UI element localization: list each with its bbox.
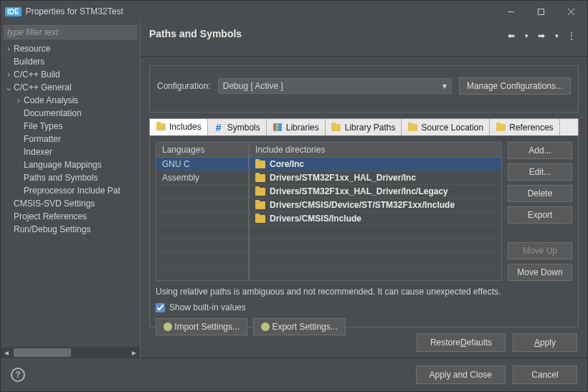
tree-item[interactable]: Builders [1, 55, 140, 68]
restore-defaults-button[interactable]: Restore Defaults [417, 333, 506, 352]
tree-item[interactable]: Preprocessor Include Pat [1, 184, 140, 197]
left-panel: type filter text ›ResourceBuilders›C/C++… [1, 22, 141, 358]
chevron-down-icon: ▾ [442, 81, 447, 91]
folder-icon [255, 215, 265, 223]
languages-list[interactable]: Languages GNU CAssembly [156, 142, 249, 281]
include-dir-item[interactable]: Drivers/STM32F1xx_HAL_Driver/Inc [250, 171, 501, 185]
tab-library-paths[interactable]: Library Paths [326, 119, 402, 135]
filter-input[interactable]: type filter text [4, 25, 137, 39]
tree-item[interactable]: Run/Debug Settings [1, 223, 140, 236]
gear-icon [163, 322, 172, 331]
show-builtin-input[interactable] [156, 303, 165, 312]
page-header: Paths and Symbols ⬅ ▾ ➡ ▾ ⋮ [141, 22, 587, 57]
help-button[interactable]: ? [11, 368, 25, 382]
maximize-button[interactable] [526, 1, 556, 21]
tab-includes[interactable]: Includes [150, 119, 208, 135]
warning-note: Using relative paths is ambiguous and no… [156, 287, 572, 297]
include-dir-item[interactable]: Drivers/CMSIS/Device/ST/STM32F1xx/Includ… [250, 199, 501, 212]
menu-button[interactable]: ⋮ [563, 28, 580, 44]
scroll-thumb[interactable] [14, 348, 71, 357]
include-dir-item[interactable]: Drivers/STM32F1xx_HAL_Driver/Inc/Legacy [250, 185, 501, 199]
move-down-button[interactable]: Move Down [508, 264, 572, 281]
book-icon [272, 123, 283, 133]
minimize-button[interactable] [495, 1, 526, 21]
gear-icon [261, 322, 270, 331]
app-icon: IDE [5, 7, 22, 16]
scroll-left-icon[interactable]: ◂ [1, 347, 12, 358]
configuration-label: Configuration: [157, 81, 211, 91]
tree-item[interactable]: ⌄C/C++ General [1, 81, 140, 94]
folder-icon [255, 188, 265, 196]
tree-item[interactable]: Documentation [1, 107, 140, 120]
apply-button[interactable]: Apply [513, 333, 577, 352]
forward-button[interactable]: ➡ [533, 28, 550, 44]
tab-symbols[interactable]: #Symbols [208, 119, 267, 135]
language-item[interactable]: Assembly [156, 171, 248, 185]
apply-and-close-button[interactable]: Apply and Close [416, 365, 506, 384]
page-title: Paths and Symbols [149, 28, 242, 39]
nav-tree[interactable]: ›ResourceBuilders›C/C++ Build⌄C/C++ Gene… [1, 41, 140, 347]
tree-item[interactable]: ›C/C++ Build [1, 68, 140, 81]
tree-item[interactable]: CMSIS-SVD Settings [1, 197, 140, 210]
export-button[interactable]: Export [508, 206, 572, 224]
language-item[interactable]: GNU C [156, 158, 248, 171]
close-button[interactable] [556, 1, 586, 21]
hash-icon: # [214, 123, 224, 133]
folder-icon [255, 174, 265, 182]
cancel-button[interactable]: Cancel [513, 365, 577, 384]
forward-menu-icon[interactable]: ▾ [551, 28, 561, 44]
dialog-window: IDE Properties for STM32Test type filter… [0, 0, 588, 392]
tree-item[interactable]: Project References [1, 210, 140, 223]
include-dir-item[interactable]: Core/Inc [250, 158, 501, 171]
tab-source-location[interactable]: Source Location [402, 119, 490, 135]
include-dir-item[interactable]: Drivers/CMSIS/Include [250, 212, 501, 226]
add-button[interactable]: Add... [508, 142, 572, 159]
window-title: Properties for STM32Test [26, 6, 123, 16]
include-dirs-header: Include directories [250, 143, 501, 158]
tree-item[interactable]: ›Code Analysis [1, 94, 140, 107]
back-button[interactable]: ⬅ [503, 28, 520, 44]
tree-item[interactable]: File Types [1, 120, 140, 133]
back-menu-icon[interactable]: ▾ [521, 28, 531, 44]
manage-configurations-button[interactable]: Manage Configurations... [459, 77, 571, 95]
languages-header: Languages [156, 143, 248, 158]
svg-rect-1 [538, 9, 544, 14]
folder-icon [407, 123, 417, 133]
tab-libraries[interactable]: Libraries [267, 119, 326, 135]
edit-button[interactable]: Edit... [508, 163, 572, 181]
include-directories-list[interactable]: Include directories Core/IncDrivers/STM3… [249, 142, 502, 281]
configuration-group: Configuration: Debug [ Active ] ▾ Manage… [149, 65, 579, 113]
folder-icon [255, 201, 265, 209]
titlebar[interactable]: IDE Properties for STM32Test [1, 1, 587, 22]
show-builtin-checkbox[interactable]: Show built-in values [156, 302, 572, 312]
tree-item[interactable]: Formatter [1, 133, 140, 145]
tree-item[interactable]: ›Resource [1, 42, 140, 55]
folder-icon [495, 123, 506, 133]
configuration-combo[interactable]: Debug [ Active ] ▾ [218, 78, 452, 94]
folder-icon [255, 161, 265, 168]
delete-button[interactable]: Delete [508, 185, 572, 202]
tab-bar: Includes#SymbolsLibrariesLibrary PathsSo… [149, 118, 579, 135]
tree-item[interactable]: Paths and Symbols [1, 171, 140, 184]
tree-item[interactable]: Indexer [1, 145, 140, 158]
tree-item[interactable]: Language Mappings [1, 158, 140, 171]
folder-icon [156, 122, 166, 132]
scroll-right-icon[interactable]: ▸ [128, 347, 140, 358]
horizontal-scrollbar[interactable]: ◂ ▸ [1, 347, 140, 358]
folder-icon [331, 123, 341, 133]
move-up-button[interactable]: Move Up [508, 242, 572, 259]
tab-references[interactable]: References [490, 119, 559, 135]
